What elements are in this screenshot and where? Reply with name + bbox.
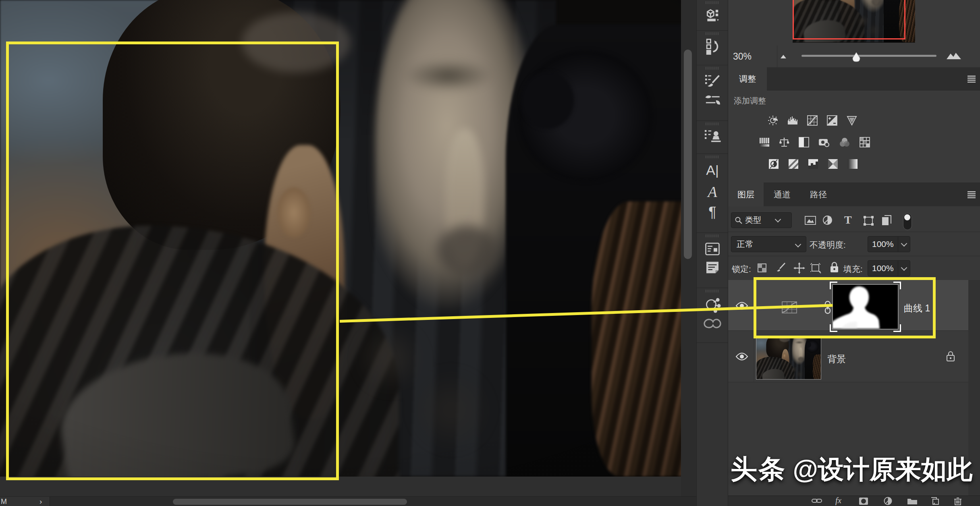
layer-visibility-eye-icon[interactable] (735, 352, 748, 361)
3d-panel-icon[interactable] (705, 7, 720, 23)
glyphs-panel-icon[interactable]: A (708, 183, 717, 201)
creative-cloud-libraries-icon[interactable] (703, 317, 722, 330)
status-chevron-icon[interactable]: › (39, 497, 42, 506)
gradient-map-icon[interactable] (827, 158, 839, 170)
zoom-slider-thumb[interactable] (851, 52, 861, 62)
lock-pixels-icon[interactable] (776, 262, 786, 273)
layer-style-fx-button[interactable]: fx (835, 496, 841, 506)
tab-channels[interactable]: 通道 (764, 182, 800, 206)
opacity-dropdown-button[interactable] (898, 236, 910, 252)
brush-settings-panel-icon[interactable] (704, 73, 721, 89)
link-layers-icon[interactable] (812, 498, 822, 504)
tab-layers[interactable]: 图层 (728, 182, 764, 206)
selective-color-icon[interactable] (847, 158, 858, 170)
paragraph-panel-icon[interactable]: ¶ (708, 204, 716, 221)
adjustment-icons-row3 (768, 158, 858, 170)
filter-type-layers-icon[interactable]: T (844, 214, 852, 226)
character-panel-icon[interactable]: A| (706, 162, 719, 178)
lock-position-icon[interactable] (793, 262, 805, 274)
document-status-bar: M › (0, 496, 696, 506)
exposure-icon[interactable] (826, 115, 838, 126)
hue-saturation-icon[interactable] (759, 137, 770, 148)
watermark-brand: 头条 (731, 454, 786, 484)
vertical-scrollbar-thumb[interactable] (684, 50, 692, 259)
zoom-out-icon[interactable] (780, 54, 791, 59)
fill-value-box[interactable]: 100% (868, 260, 898, 276)
paragraph-styles-panel-icon[interactable] (704, 260, 721, 275)
opacity-label: 不透明度: (810, 239, 846, 251)
status-text: M (1, 498, 7, 506)
fill-value: 100% (872, 263, 894, 273)
zoom-in-icon[interactable] (946, 51, 962, 60)
lock-transparency-icon[interactable] (757, 263, 767, 273)
new-group-folder-icon[interactable] (907, 497, 918, 505)
filter-adjustment-layers-icon[interactable] (822, 215, 833, 225)
add-layer-mask-icon[interactable] (859, 497, 868, 505)
watermark: 头条 @设计原来如此 (731, 451, 978, 491)
lock-artboard-icon[interactable] (810, 263, 821, 274)
chevron-down-icon (901, 240, 907, 247)
black-white-icon[interactable] (798, 137, 810, 148)
character-styles-panel-icon[interactable] (704, 241, 721, 257)
zoom-level-value[interactable]: 30% (733, 51, 752, 62)
background-layer-thumbnail[interactable] (756, 336, 821, 380)
status-info-box: M › (0, 497, 50, 506)
panel-grip[interactable] (706, 32, 719, 35)
strip-3d-section (697, 0, 728, 31)
horizontal-scrollbar-thumb[interactable] (173, 499, 407, 505)
tab-paths[interactable]: 路径 (801, 182, 836, 206)
panel-grip[interactable] (706, 290, 719, 292)
history-panel-icon[interactable] (704, 38, 720, 56)
panel-grip[interactable] (706, 234, 719, 237)
fill-dropdown-button[interactable] (898, 260, 910, 276)
panel-menu-icon[interactable] (967, 75, 976, 83)
threshold-icon[interactable] (808, 158, 819, 170)
brushes-panel-icon[interactable] (704, 93, 721, 108)
curves-icon[interactable] (807, 115, 818, 126)
tab-label: 路径 (810, 189, 827, 200)
vertical-scrollbar-track[interactable] (681, 0, 696, 496)
navigator-thumbnail[interactable] (793, 0, 915, 43)
layer-filter-type-dropdown[interactable]: 类型 (731, 212, 792, 228)
panel-menu-icon[interactable] (967, 191, 976, 198)
channel-mixer-icon[interactable] (839, 137, 851, 148)
layer-name[interactable]: 背景 (827, 353, 846, 365)
zoom-slider-track[interactable] (801, 55, 936, 57)
layer-filter-toggle[interactable] (903, 213, 912, 230)
vibrance-icon[interactable] (846, 115, 858, 126)
navigator-zoom-row: 30% (728, 46, 980, 68)
strip-styles-section (697, 233, 728, 288)
brightness-contrast-icon[interactable] (767, 115, 779, 126)
toggle-knob (904, 214, 910, 220)
document-canvas-image[interactable] (756, 336, 821, 380)
panel-grip[interactable] (706, 1, 719, 4)
lock-all-icon[interactable] (830, 261, 839, 273)
posterize-icon[interactable] (788, 158, 799, 170)
color-balance-icon[interactable] (779, 137, 790, 148)
navigator-view-rect[interactable] (793, 0, 905, 39)
delete-layer-trash-icon[interactable] (954, 497, 962, 506)
filter-pixel-layers-icon[interactable] (805, 216, 816, 225)
photoshop-window: M › A| A ¶ (0, 0, 980, 506)
panel-grip[interactable] (706, 156, 719, 158)
levels-icon[interactable] (787, 115, 798, 126)
filter-shape-layers-icon[interactable] (863, 216, 874, 226)
layer-row-background[interactable]: 背景 (728, 331, 968, 382)
invert-icon[interactable] (768, 158, 779, 170)
clone-source-panel-icon[interactable] (704, 128, 721, 145)
new-layer-icon[interactable] (930, 497, 939, 505)
layers-footer-bar: fx (728, 496, 980, 506)
blend-mode-dropdown[interactable]: 正常 (731, 236, 806, 252)
opacity-value-box[interactable]: 100% (868, 236, 898, 252)
annotation-rect-canvas (6, 41, 339, 480)
panel-grip[interactable] (706, 122, 719, 125)
filter-smart-objects-icon[interactable] (881, 215, 892, 226)
add-adjustment-layer-icon[interactable] (884, 497, 892, 505)
strip-share-section (697, 288, 728, 343)
panel-grip[interactable] (706, 67, 719, 70)
tab-adjustments[interactable]: 调整 (728, 67, 767, 91)
photo-filter-icon[interactable] (818, 137, 830, 148)
color-lookup-icon[interactable] (859, 137, 870, 148)
opacity-value: 100% (872, 239, 894, 249)
navigator-panel (728, 0, 980, 46)
